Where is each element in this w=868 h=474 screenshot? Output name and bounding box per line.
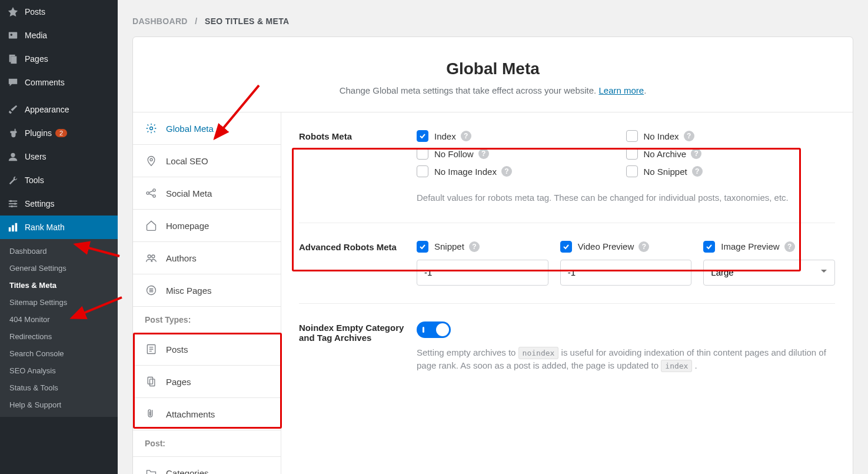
- svg-rect-13: [12, 225, 14, 231]
- submenu-help-support[interactable]: Help & Support: [0, 396, 118, 413]
- page-title: Global Meta: [157, 59, 829, 78]
- tab-label: Authors: [166, 253, 197, 263]
- checkbox-no-snippet[interactable]: [626, 165, 638, 177]
- submenu-404-monitor[interactable]: 404 Monitor: [0, 311, 118, 328]
- help-icon[interactable]: ?: [684, 131, 694, 141]
- submenu-redirections[interactable]: Redirections: [0, 328, 118, 345]
- help-icon[interactable]: ?: [784, 241, 795, 252]
- help-icon[interactable]: ?: [461, 131, 471, 141]
- help-icon[interactable]: ?: [469, 241, 480, 252]
- menu-media[interactable]: Media: [0, 24, 118, 47]
- tab-pages[interactable]: Pages: [133, 366, 281, 398]
- tab-homepage[interactable]: Homepage: [133, 210, 281, 242]
- svg-point-21: [152, 255, 155, 258]
- media-icon: [7, 29, 19, 41]
- menu-users[interactable]: Users: [0, 145, 118, 168]
- menu-settings[interactable]: Settings: [0, 192, 118, 216]
- help-icon[interactable]: ?: [638, 241, 649, 252]
- submenu-seo-analysis[interactable]: SEO Analysis: [0, 362, 118, 379]
- checkbox-snippet[interactable]: [417, 241, 428, 253]
- home-icon: [145, 219, 158, 232]
- menu-label: Rank Math: [25, 223, 65, 232]
- advanced-robots-row: Advanced Robots Meta Snippet? Video Prev…: [299, 241, 835, 304]
- help-icon[interactable]: ?: [691, 148, 701, 159]
- location-icon: [145, 154, 158, 167]
- svg-point-9: [10, 200, 12, 203]
- tab-authors[interactable]: Authors: [133, 242, 281, 274]
- rank-math-submenu: Dashboard General Settings Titles & Meta…: [0, 239, 118, 417]
- menu-label: Comments: [25, 78, 65, 87]
- robots-desc: Default values for robots meta tag. Thes…: [417, 191, 835, 205]
- tab-label: Social Meta: [166, 188, 212, 198]
- snippet-input[interactable]: [417, 260, 548, 286]
- tab-global-meta[interactable]: Global Meta: [133, 112, 281, 145]
- submenu-status-tools[interactable]: Status & Tools: [0, 379, 118, 396]
- checkbox-video-preview[interactable]: [560, 241, 572, 253]
- share-icon: [145, 187, 158, 200]
- menu-plugins[interactable]: Plugins2: [0, 121, 118, 145]
- checkbox-no-image-index[interactable]: [417, 165, 428, 177]
- svg-point-1: [11, 34, 13, 36]
- checkbox-label: No Archive: [644, 149, 687, 159]
- tab-attachments[interactable]: Attachments: [133, 398, 281, 430]
- tab-categories[interactable]: Categories: [133, 457, 281, 474]
- checkbox-no-archive[interactable]: [626, 148, 638, 160]
- noindex-toggle[interactable]: [417, 321, 451, 338]
- submenu-general-settings[interactable]: General Settings: [0, 260, 118, 277]
- svg-point-15: [150, 127, 153, 130]
- video-preview-input[interactable]: [560, 260, 692, 286]
- submenu-dashboard[interactable]: Dashboard: [0, 243, 118, 260]
- svg-point-16: [150, 158, 152, 161]
- tab-misc-pages[interactable]: Misc Pages: [133, 274, 281, 307]
- gear-icon: [145, 122, 158, 135]
- svg-point-11: [11, 205, 13, 208]
- menu-tools[interactable]: Tools: [0, 168, 118, 192]
- tab-label: Local SEO: [166, 156, 208, 166]
- tab-section-post: Post:: [133, 430, 281, 457]
- submenu-titles-meta[interactable]: Titles & Meta: [0, 277, 118, 294]
- breadcrumb-root[interactable]: DASHBOARD: [132, 16, 188, 26]
- page-subtitle: Change Global meta settings that take ef…: [157, 85, 829, 95]
- svg-rect-24: [148, 377, 152, 384]
- submenu-sitemap-settings[interactable]: Sitemap Settings: [0, 294, 118, 311]
- tab-local-seo[interactable]: Local SEO: [133, 145, 281, 177]
- users-icon: [145, 251, 158, 264]
- help-icon[interactable]: ?: [692, 166, 703, 177]
- tab-label: Global Meta: [166, 124, 214, 134]
- svg-rect-0: [9, 32, 17, 39]
- wrench-icon: [7, 174, 19, 186]
- menu-label: Settings: [25, 199, 55, 208]
- menu-posts[interactable]: Posts: [0, 0, 118, 24]
- robots-meta-label: Robots Meta: [299, 130, 417, 205]
- image-preview-select[interactable]: Large: [703, 260, 835, 286]
- checkbox-image-preview[interactable]: [703, 241, 715, 253]
- noindex-empty-label: Noindex Empty Category and Tag Archives: [299, 321, 417, 373]
- checkbox-index[interactable]: [417, 130, 428, 142]
- pagedoc-icon: [145, 375, 158, 388]
- menu-rank-math[interactable]: Rank Math: [0, 216, 118, 239]
- menu-label: Posts: [25, 7, 45, 16]
- help-icon[interactable]: ?: [478, 148, 489, 159]
- tab-label: Pages: [166, 377, 191, 387]
- comment-icon: [7, 77, 19, 88]
- menu-pages[interactable]: Pages: [0, 47, 118, 71]
- menu-label: Plugins: [25, 128, 52, 138]
- checkbox-no-index[interactable]: [626, 130, 638, 142]
- menu-comments[interactable]: Comments: [0, 71, 118, 94]
- menu-label: Users: [25, 152, 46, 161]
- svg-rect-25: [150, 379, 155, 386]
- menu-appearance[interactable]: Appearance: [0, 98, 118, 121]
- brush-icon: [7, 104, 19, 115]
- learn-more-link[interactable]: Learn more: [598, 85, 644, 95]
- help-icon[interactable]: ?: [501, 166, 512, 177]
- checkbox-label: No Image Index: [434, 167, 497, 177]
- menu-label: Appearance: [25, 105, 69, 114]
- checkbox-no-follow[interactable]: [417, 148, 428, 160]
- tab-section-post-types: Post Types:: [133, 307, 281, 333]
- page-icon: [7, 53, 19, 65]
- submenu-search-console[interactable]: Search Console: [0, 345, 118, 362]
- tab-social-meta[interactable]: Social Meta: [133, 177, 281, 210]
- tab-posts[interactable]: Posts: [133, 333, 281, 366]
- svg-point-5: [11, 153, 15, 157]
- checkbox-label: No Follow: [434, 149, 474, 159]
